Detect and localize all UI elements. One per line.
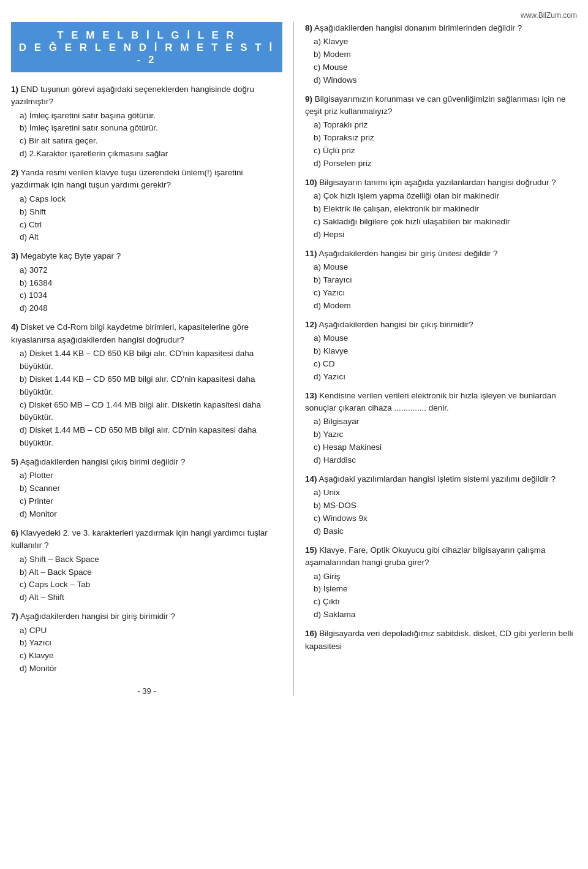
question-4-text: 4) Disket ve Cd-Rom bilgi kaydetme birim…	[11, 321, 282, 346]
q13-opt-d: d) Harddisc	[314, 454, 577, 467]
q5-body: Aşağıdakilerden hangisi çıkış birimi değ…	[20, 457, 185, 466]
q4-body: Disket ve Cd-Rom bilgi kaydetme birimler…	[11, 322, 249, 344]
q2-opt-c: c) Ctrl	[20, 219, 282, 232]
q16-num: 16)	[305, 629, 317, 638]
question-11: 11) Aşağıdakilerden hangisi bir giriş ün…	[305, 248, 577, 313]
q1-opt-c: c) Bir alt satıra geçer.	[20, 135, 282, 148]
q5-opt-b: b) Scanner	[20, 482, 282, 495]
q1-opt-d: d) 2.Karakter işaretlerin çıkmasını sağl…	[20, 148, 282, 161]
q10-opt-a: a) Çok hızlı işlem yapma özelliği olan b…	[314, 190, 577, 203]
question-10: 10) Bilgisayarın tanımı için aşağıda yaz…	[305, 176, 577, 241]
q4-opt-a: a) Disket 1.44 KB – CD 650 KB bilgi alır…	[20, 347, 282, 373]
q16-body: Bilgisayarda veri depoladığımız sabitdis…	[305, 629, 573, 650]
q10-num: 10)	[305, 178, 317, 187]
q7-opt-a: a) CPU	[20, 624, 282, 637]
q12-opt-a: a) Mouse	[314, 332, 577, 345]
q8-num: 8)	[305, 23, 312, 32]
q11-opt-c: c) Yazıcı	[314, 287, 577, 300]
q3-options: a) 3072 b) 16384 c) 1034 d) 2048	[11, 264, 282, 316]
q11-opt-a: a) Mouse	[314, 261, 577, 274]
q14-opt-d: d) Basic	[314, 525, 577, 538]
q4-opt-b: b) Disket 1.44 KB – CD 650 MB bilgi alır…	[20, 373, 282, 399]
question-2-text: 2) Yanda resmi verilen klavye tuşu üzere…	[11, 167, 282, 192]
q3-opt-d: d) 2048	[20, 302, 282, 315]
q3-num: 3)	[11, 251, 18, 260]
question-11-text: 11) Aşağıdakilerden hangisi bir giriş ün…	[305, 248, 577, 260]
q2-options: a) Caps lock b) Shift c) Ctrl d) Alt	[11, 193, 282, 245]
q2-body: Yanda resmi verilen klavye tuşu üzerende…	[11, 168, 243, 189]
q3-opt-c: c) 1034	[20, 289, 282, 302]
page-number: - 39 -	[11, 686, 282, 696]
q15-opt-a: a) Giriş	[314, 571, 577, 583]
q9-opt-b: b) Topraksız priz	[314, 132, 577, 145]
question-5-text: 5) Aşağıdakilerden hangisi çıkış birimi …	[11, 456, 282, 468]
question-4: 4) Disket ve Cd-Rom bilgi kaydetme birim…	[11, 321, 282, 450]
q7-body: Aşağıdakilerden hangisi bir giriş birimi…	[20, 612, 175, 621]
q8-opt-c: c) Mouse	[314, 61, 577, 74]
question-16-text: 16) Bilgisayarda veri depoladığımız sabi…	[305, 628, 577, 653]
q9-body: Bilgisayarımızın korunması ve can güvenl…	[305, 94, 565, 116]
q15-opt-c: c) Çıktı	[314, 596, 577, 609]
q10-options: a) Çok hızlı işlem yapma özelliği olan b…	[305, 190, 577, 241]
q9-opt-c: c) Üçlü priz	[314, 145, 577, 157]
q1-opt-b: b) İmleç işaretini satır sonuna götürür.	[20, 122, 282, 135]
question-14-text: 14) Aşağıdaki yazılımlardan hangisi işle…	[305, 473, 577, 485]
question-6: 6) Klavyedeki 2. ve 3. karakterleri yazd…	[11, 527, 282, 604]
q15-num: 15)	[305, 545, 317, 555]
q11-num: 11)	[305, 249, 317, 258]
question-14: 14) Aşağıdaki yazılımlardan hangisi işle…	[305, 473, 577, 538]
question-1: 1) END tuşunun görevi aşağıdaki seçenekl…	[11, 83, 282, 161]
q7-opt-d: d) Monitör	[20, 662, 282, 675]
two-column-layout: T E M E L B İ L G İ L E R D E Ğ E R L E …	[11, 22, 577, 696]
q13-opt-c: c) Hesap Makinesi	[314, 441, 577, 454]
q4-options: a) Disket 1.44 KB – CD 650 KB bilgi alır…	[11, 347, 282, 450]
q3-opt-a: a) 3072	[20, 264, 282, 277]
q12-options: a) Mouse b) Klavye c) CD d) Yazıcı	[305, 332, 577, 384]
q8-body: Aşağıdakilerden hangisi donanım birimler…	[314, 23, 522, 32]
q14-body: Aşağıdaki yazılımlardan hangisi işletim …	[319, 474, 556, 484]
q14-options: a) Unix b) MS-DOS c) Windows 9x d) Basic	[305, 487, 577, 538]
question-8-text: 8) Aşağıdakilerden hangisi donanım birim…	[305, 22, 577, 34]
q12-body: Aşağıdakilerden hangisi bir çıkış birimi…	[319, 320, 473, 329]
q8-opt-a: a) Klavye	[314, 36, 577, 48]
q11-options: a) Mouse b) Tarayıcı c) Yazıcı d) Modem	[305, 261, 577, 313]
question-15-text: 15) Klavye, Fare, Optik Okuyucu gibi cih…	[305, 544, 577, 569]
q5-opt-c: c) Printer	[20, 495, 282, 508]
q14-opt-c: c) Windows 9x	[314, 512, 577, 525]
q15-opt-d: d) Saklama	[314, 609, 577, 621]
q14-opt-a: a) Unix	[314, 487, 577, 499]
question-10-text: 10) Bilgisayarın tanımı için aşağıda yaz…	[305, 176, 577, 189]
q3-body: Megabyte kaç Byte yapar ?	[21, 251, 121, 260]
q11-body: Aşağıdakilerden hangisi bir giriş ünites…	[319, 249, 498, 258]
website-url: www.BilZum.com	[11, 11, 577, 20]
q6-options: a) Shift – Back Space b) Alt – Back Spac…	[11, 553, 282, 605]
question-9: 9) Bilgisayarımızın korunması ve can güv…	[305, 93, 577, 170]
q14-opt-b: b) MS-DOS	[314, 499, 577, 512]
question-8: 8) Aşağıdakilerden hangisi donanım birim…	[305, 22, 577, 87]
question-15: 15) Klavye, Fare, Optik Okuyucu gibi cih…	[305, 544, 577, 621]
q10-body: Bilgisayarın tanımı için aşağıda yazılan…	[319, 178, 556, 187]
q7-opt-c: c) Klavye	[20, 650, 282, 662]
page-container: www.BilZum.com T E M E L B İ L G İ L E R…	[0, 0, 588, 869]
q1-body: END tuşunun görevi aşağıdaki seçeneklerd…	[11, 85, 254, 106]
q4-opt-d: d) Disket 1.44 MB – CD 650 MB bilgi alır…	[20, 424, 282, 450]
q6-opt-b: b) Alt – Back Space	[20, 566, 282, 579]
q8-opt-d: d) Windows	[314, 74, 577, 87]
q14-num: 14)	[305, 474, 317, 484]
q5-opt-a: a) Plotter	[20, 469, 282, 482]
q15-body: Klavye, Fare, Optik Okuyucu gibi cihazla…	[305, 545, 545, 567]
q2-num: 2)	[11, 168, 18, 177]
header-box: T E M E L B İ L G İ L E R D E Ğ E R L E …	[11, 22, 282, 72]
header-title-line2: D E Ğ E R L E N D İ R M E T E S T İ - 2	[17, 42, 276, 66]
q6-opt-a: a) Shift – Back Space	[20, 553, 282, 566]
q15-opt-b: b) İşleme	[314, 583, 577, 596]
q13-opt-b: b) Yazıc	[314, 428, 577, 441]
right-column: 8) Aşağıdakilerden hangisi donanım birim…	[294, 22, 577, 696]
question-6-text: 6) Klavyedeki 2. ve 3. karakterleri yazd…	[11, 527, 282, 552]
question-12-text: 12) Aşağıdakilerden hangisi bir çıkış bi…	[305, 319, 577, 331]
q9-options: a) Topraklı priz b) Topraksız priz c) Üç…	[305, 119, 577, 170]
question-7: 7) Aşağıdakilerden hangisi bir giriş bir…	[11, 610, 282, 675]
q6-num: 6)	[11, 528, 18, 537]
q5-options: a) Plotter b) Scanner c) Printer d) Moni…	[11, 469, 282, 521]
q2-opt-b: b) Shift	[20, 206, 282, 219]
